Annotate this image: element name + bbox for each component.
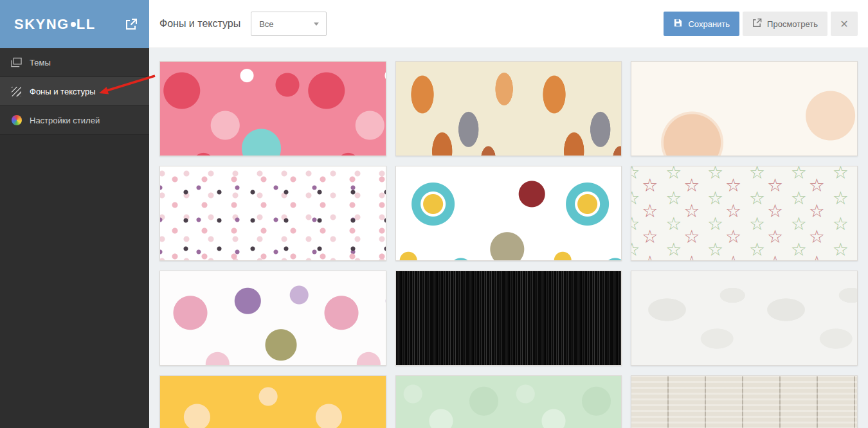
preview-external-link-icon	[752, 18, 762, 30]
filter-select-value: Все	[259, 19, 273, 29]
pink-cats-pattern-tile[interactable]	[159, 61, 386, 156]
sidebar-item-label: Темы	[30, 58, 51, 67]
black-lines-texture-tile[interactable]	[395, 271, 622, 366]
app-logo: SKYNG LL	[14, 16, 96, 33]
light-gray-floral-pattern-tile[interactable]	[631, 271, 858, 366]
sidebar-item-backgrounds-textures[interactable]: Фоны и текстуры	[0, 77, 149, 106]
filter-select[interactable]: Все	[251, 12, 327, 36]
mint-green-pattern-tile[interactable]	[395, 375, 622, 428]
white-wood-planks-texture-tile[interactable]	[631, 375, 858, 428]
app-window: SKYNG LL Темы	[0, 0, 868, 428]
chevron-down-icon	[314, 22, 319, 26]
hot-air-balloons-pattern-tile[interactable]	[631, 61, 858, 156]
styles-icon	[11, 115, 22, 125]
external-link-icon[interactable]	[125, 18, 138, 31]
sidebar-item-style-settings[interactable]: Настройки стилей	[0, 106, 149, 135]
sidebar-menu: Темы Фоны и текстуры Настройки стилей	[0, 48, 149, 135]
logo-o-icon	[71, 22, 76, 27]
preview-button[interactable]: Просмотреть	[743, 12, 827, 36]
sidebar-item-label: Настройки стилей	[30, 116, 100, 125]
topbar: Фоны и текстуры Все Сохранить	[149, 0, 868, 48]
page-title: Фоны и текстуры	[159, 18, 240, 30]
save-button[interactable]: Сохранить	[664, 12, 739, 36]
polka-dots-pattern-tile[interactable]	[159, 166, 386, 261]
main-panel: Фоны и текстуры Все Сохранить	[149, 0, 868, 428]
retro-flowers-pattern-tile[interactable]	[395, 166, 622, 261]
close-button[interactable]: ✕	[831, 12, 858, 36]
logo-bar: SKYNG LL	[0, 0, 149, 48]
close-icon: ✕	[840, 18, 848, 30]
save-icon	[673, 18, 683, 30]
sidebar-item-label: Фоны и текстуры	[30, 87, 96, 96]
content-area	[149, 48, 868, 428]
save-button-label: Сохранить	[688, 19, 730, 29]
textures-icon	[11, 86, 22, 96]
logo-text-right: LL	[77, 16, 96, 33]
themes-icon	[11, 57, 22, 67]
texture-grid	[159, 61, 858, 428]
logo-text-left: SKYNG	[14, 16, 69, 33]
stars-pattern-tile[interactable]	[631, 166, 858, 261]
preview-button-label: Просмотреть	[767, 19, 818, 29]
sidebar: SKYNG LL Темы	[0, 0, 149, 428]
pastel-flowers-pattern-tile[interactable]	[159, 271, 386, 366]
yellow-floral-pattern-tile[interactable]	[159, 375, 386, 428]
autumn-leaves-owls-pattern-tile[interactable]	[395, 61, 622, 156]
sidebar-item-themes[interactable]: Темы	[0, 48, 149, 77]
